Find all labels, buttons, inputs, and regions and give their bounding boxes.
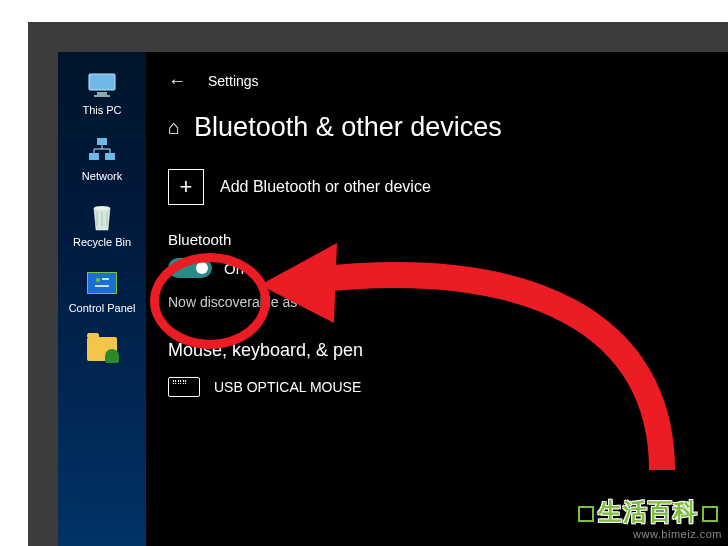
recycle-bin-icon xyxy=(85,202,119,232)
svg-rect-0 xyxy=(89,74,115,90)
desktop-icon-network[interactable]: Network xyxy=(61,136,143,182)
settings-app-title: Settings xyxy=(208,73,259,89)
device-name: USB OPTICAL MOUSE xyxy=(214,379,361,395)
screen: This PC Network Recycle Bin Control Pane… xyxy=(58,52,728,546)
svg-rect-5 xyxy=(105,153,115,160)
desktop-icon-label: Control Panel xyxy=(69,302,136,314)
svg-rect-4 xyxy=(89,153,99,160)
svg-point-8 xyxy=(96,278,100,282)
svg-point-6 xyxy=(94,206,110,210)
keyboard-icon xyxy=(168,377,200,397)
discoverable-text: Now discoverable as xyxy=(168,294,706,310)
svg-rect-3 xyxy=(97,138,107,145)
desktop-icon-label: This PC xyxy=(82,104,121,116)
desktop-icon-user-folder[interactable] xyxy=(61,334,143,368)
network-icon xyxy=(85,136,119,166)
computer-icon xyxy=(85,70,119,100)
settings-header: ← Settings xyxy=(168,72,706,90)
device-row[interactable]: USB OPTICAL MOUSE xyxy=(168,377,706,397)
control-panel-icon xyxy=(85,268,119,298)
page-title-row: ⌂ Bluetooth & other devices xyxy=(168,112,706,143)
svg-rect-2 xyxy=(94,95,110,97)
settings-window: ← Settings ⌂ Bluetooth & other devices +… xyxy=(146,52,728,546)
home-icon[interactable]: ⌂ xyxy=(168,116,180,139)
monitor-bezel: This PC Network Recycle Bin Control Pane… xyxy=(28,22,728,546)
page-title: Bluetooth & other devices xyxy=(194,112,502,143)
bluetooth-section-label: Bluetooth xyxy=(168,231,706,248)
svg-rect-9 xyxy=(102,278,109,280)
bluetooth-toggle-row: On xyxy=(168,258,706,278)
desktop-icon-this-pc[interactable]: This PC xyxy=(61,70,143,116)
svg-rect-10 xyxy=(95,285,109,287)
desktop-icon-strip: This PC Network Recycle Bin Control Pane… xyxy=(58,52,146,546)
desktop-icon-label: Recycle Bin xyxy=(73,236,131,248)
back-button[interactable]: ← xyxy=(168,72,186,90)
desktop-icon-recycle-bin[interactable]: Recycle Bin xyxy=(61,202,143,248)
toggle-knob xyxy=(196,262,208,274)
devices-section-heading: Mouse, keyboard, & pen xyxy=(168,340,706,361)
add-device-button[interactable]: + Add Bluetooth or other device xyxy=(168,169,706,205)
bluetooth-toggle[interactable] xyxy=(168,258,212,278)
desktop-icon-control-panel[interactable]: Control Panel xyxy=(61,268,143,314)
plus-icon: + xyxy=(168,169,204,205)
desktop-icon-label: Network xyxy=(82,170,122,182)
folder-icon xyxy=(85,334,119,364)
add-device-label: Add Bluetooth or other device xyxy=(220,178,431,196)
bluetooth-state-label: On xyxy=(224,260,244,277)
svg-rect-1 xyxy=(97,92,107,95)
